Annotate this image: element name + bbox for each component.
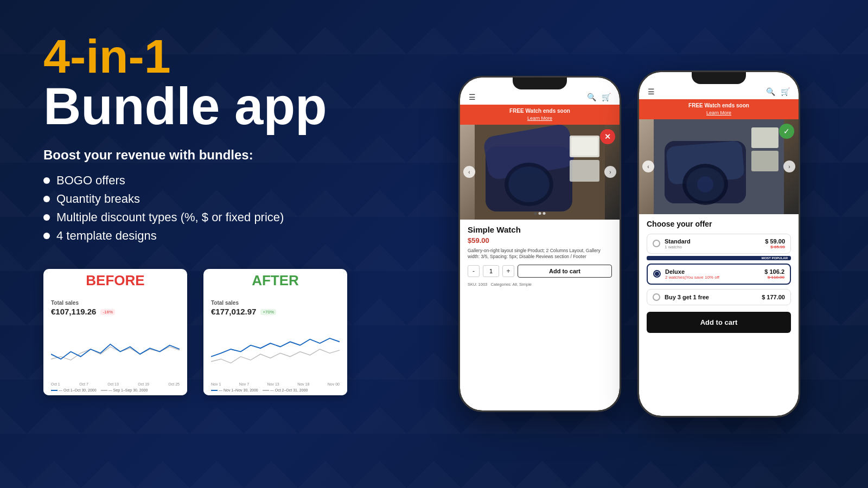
bullet-text-3: Multiple discount types (%, $ or fixed p… — [56, 210, 284, 224]
offer-price-value-standard: $ 59.00 — [765, 238, 785, 245]
feature-list: BOGO offers Quantity breaks Multiple dis… — [43, 174, 347, 247]
carousel-right-arrow-2[interactable]: › — [783, 160, 795, 172]
left-panel: 4-in-1 Bundle app Boost your revenue wit… — [0, 0, 391, 488]
watch-illustration-2 — [654, 119, 784, 214]
error-badge: ✕ — [600, 129, 615, 144]
watch-illustration — [475, 125, 605, 220]
product-name: Simple Watch — [468, 225, 612, 234]
before-chart-badge: -18% — [100, 309, 115, 315]
subtitle: Boost your revenue with bundles: — [43, 147, 347, 163]
search-icon-2[interactable]: 🔍 — [766, 87, 775, 96]
product-desc: Gallery-on-right layout single Product; … — [468, 248, 612, 261]
headline: 4-in-1 Bundle app — [43, 33, 347, 132]
product-price: $59.00 — [468, 236, 612, 245]
add-to-cart-button-2[interactable]: Add to cart — [647, 312, 791, 333]
before-label: BEFORE — [43, 269, 187, 292]
bullet-icon — [43, 177, 50, 184]
carousel-left-arrow-2[interactable]: ‹ — [642, 160, 654, 172]
choose-offer-title: Choose your offer — [639, 214, 799, 232]
dot — [543, 212, 546, 215]
before-block: BEFORE Total sales €107,119.26 -18% Oc — [43, 269, 187, 395]
offer-info-standard: Standard 1 watcho — [665, 238, 761, 249]
offer-name-standard: Standard — [665, 238, 761, 245]
after-chart-badge: +70% — [260, 309, 276, 315]
carousel-left-arrow-1[interactable]: ‹ — [463, 166, 475, 178]
product-img-bg-2 — [639, 119, 799, 214]
offer-sub-deluxe: 2 watches|You save 10% off — [665, 275, 760, 280]
offer-price-standard: $ 59.00 $ 65.99 — [765, 238, 785, 249]
headline-part2: Bundle app — [43, 80, 347, 132]
phone-1-promo-link[interactable]: Learn More — [465, 115, 614, 122]
phone-1-product-image: ‹ › ✕ — [460, 125, 620, 220]
svg-point-13 — [697, 176, 713, 192]
offer-old-price-standard: $ 65.99 — [765, 245, 785, 249]
after-chart-title: Total sales — [211, 300, 340, 306]
svg-rect-15 — [751, 151, 778, 171]
search-icon[interactable]: 🔍 — [587, 93, 596, 101]
offer-bogo[interactable]: Buy 3 get 1 free $ 177.00 — [647, 289, 791, 305]
list-item: Quantity breaks — [43, 192, 347, 206]
success-badge: ✓ — [779, 124, 794, 139]
bullet-icon — [43, 214, 50, 221]
carousel-right-arrow-1[interactable]: › — [604, 166, 616, 178]
list-item: BOGO offers — [43, 174, 347, 188]
quantity-row: - + Add to cart — [468, 265, 612, 278]
phone-2-promo-link[interactable]: Learn More — [644, 110, 793, 117]
offer-info-deluxe: Deluxe 2 watches|You save 10% off — [665, 268, 760, 280]
qty-plus-button[interactable]: + — [502, 265, 514, 277]
phone-2-promo-banner: FREE Watch ends soon Learn More — [639, 99, 799, 119]
phone-2-product-image: ‹ › ✓ — [639, 119, 799, 214]
bullet-text-2: Quantity breaks — [56, 192, 140, 206]
phone-1: ☰ 🔍 🛒 FREE Watch ends soon Learn More — [458, 76, 621, 412]
offer-info-bogo: Buy 3 get 1 free — [665, 294, 757, 300]
after-chart-labels: Nov 1 Nov 7 Nov 13 Nov 18 Nov 00 — [211, 382, 340, 386]
phone-1-product-info: Simple Watch $59.00 Gallery-on-right lay… — [460, 220, 620, 410]
offer-standard[interactable]: Standard 1 watcho $ 59.00 $ 65.99 — [647, 234, 791, 254]
offer-old-price-deluxe: $ 118.00 — [764, 275, 784, 280]
offer-price-bogo: $ 177.00 — [762, 294, 785, 300]
before-chart-labels: Oct 1 Oct 7 Oct 13 Oct 19 Oct 25 — [51, 382, 180, 386]
qty-input[interactable] — [483, 265, 499, 277]
phone-1-promo-title: FREE Watch ends soon — [465, 107, 614, 115]
before-chart-svg — [51, 319, 180, 379]
phone-1-screen: ☰ 🔍 🛒 FREE Watch ends soon Learn More — [460, 78, 620, 410]
svg-point-4 — [508, 166, 550, 202]
headline-part1: 4-in-1 — [43, 29, 171, 83]
after-chart: Total sales €177,012.97 +70% Nov 1 Nov 7 — [203, 292, 347, 395]
before-chart-value: €107,119.26 — [51, 307, 96, 316]
dot — [539, 212, 541, 215]
phone-1-promo-banner: FREE Watch ends soon Learn More — [460, 105, 620, 125]
after-block: AFTER Total sales €177,012.97 +70% Nov — [203, 269, 347, 395]
cart-icon[interactable]: 🛒 — [602, 93, 611, 101]
offer-radio-deluxe[interactable] — [653, 270, 661, 278]
offer-radio-bogo[interactable] — [653, 293, 660, 301]
list-item: Multiple discount types (%, $ or fixed p… — [43, 210, 347, 224]
before-after-section: BEFORE Total sales €107,119.26 -18% Oc — [43, 269, 347, 395]
bullet-text-4: 4 template designs — [56, 229, 157, 243]
most-popular-badge: MOST POPULAR — [647, 256, 791, 260]
phone-2-notch — [692, 72, 746, 84]
hamburger-icon-2[interactable]: ☰ — [648, 87, 655, 96]
qty-minus-button[interactable]: - — [468, 265, 480, 277]
phone-2-promo-title: FREE Watch ends soon — [644, 102, 793, 110]
hamburger-icon[interactable]: ☰ — [469, 93, 476, 101]
offer-price-value-bogo: $ 177.00 — [762, 294, 785, 300]
cart-icon-2[interactable]: 🛒 — [781, 87, 790, 96]
offer-deluxe[interactable]: Deluxe 2 watches|You save 10% off $ 106.… — [647, 264, 791, 285]
list-item: 4 template designs — [43, 229, 347, 243]
offer-price-value-deluxe: $ 106.2 — [764, 268, 784, 275]
offer-name-deluxe: Deluxe — [665, 268, 760, 275]
add-to-cart-button-1[interactable]: Add to cart — [518, 265, 612, 278]
phone-1-notch — [513, 78, 567, 89]
product-img-bg — [460, 125, 620, 220]
before-chart-title: Total sales — [51, 300, 180, 306]
after-chart-value: €177,012.97 — [211, 307, 256, 316]
right-panel: ☰ 🔍 🛒 FREE Watch ends soon Learn More — [391, 0, 868, 488]
svg-rect-7 — [571, 137, 598, 156]
svg-rect-6 — [570, 160, 599, 182]
sku-line: SKU: 1003 Categories: All, Simple — [468, 282, 612, 287]
offer-radio-standard[interactable] — [653, 240, 660, 247]
after-chart-legend: — Nov 1–Nov 30, 2000 — Oct 2–Oct 31, 200… — [211, 388, 340, 392]
bullet-text-1: BOGO offers — [56, 174, 125, 188]
after-label: AFTER — [203, 269, 347, 292]
